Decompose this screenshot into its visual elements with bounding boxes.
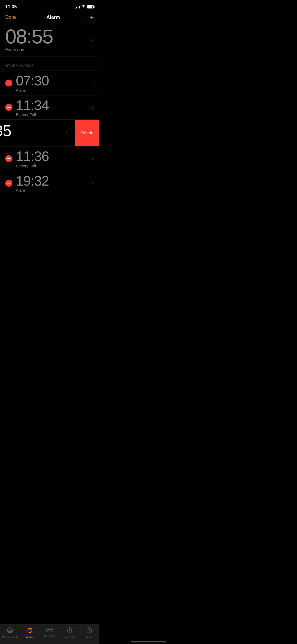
alarm-time-3: 1:35 (0, 122, 66, 139)
nav-bar: Done Alarm + (0, 12, 99, 24)
delete-label: Delete (81, 130, 93, 136)
alarm-item-5[interactable]: 19:32 Alarm › (0, 171, 99, 196)
alarm-item-3[interactable]: 1:35 ttery Full › (0, 120, 75, 146)
alarm-item-4[interactable]: 11:36 Battery Full › (0, 146, 99, 171)
delete-minus-button-2[interactable] (5, 104, 12, 111)
alarm-label-4: Battery Full (16, 164, 92, 168)
delete-button-3[interactable]: Delete (75, 120, 99, 146)
alarm-row-2: 11:34 Battery Full › (0, 95, 99, 120)
alarm-time-1: 07:30 (16, 73, 92, 88)
chevron-right-icon: › (92, 80, 94, 86)
first-alarm-time: 08:55 (5, 26, 53, 47)
first-alarm-subtitle: Every day (5, 48, 53, 52)
alarm-label-5: Alarm (16, 188, 92, 192)
alarm-time-4: 11:36 (16, 149, 92, 164)
chevron-right-icon: › (92, 37, 94, 42)
chevron-right-icon: › (92, 156, 94, 161)
delete-minus-button-1[interactable] (5, 80, 12, 86)
delete-minus-button-5[interactable] (5, 180, 12, 187)
alarm-time-2: 11:34 (16, 98, 92, 113)
first-alarm-item[interactable]: 08:55 Every day › (0, 24, 99, 57)
delete-minus-button-4[interactable] (5, 155, 12, 162)
status-icons (75, 5, 94, 9)
other-alarms-section-header: OTHER ALARMS (0, 57, 99, 71)
status-bar: 11:35 (0, 0, 99, 12)
page-title: Alarm (46, 15, 60, 20)
alarm-item-2[interactable]: 11:34 Battery Full › (0, 95, 99, 120)
alarm-row-1: 07:30 Alarm › (0, 71, 99, 95)
done-button[interactable]: Done (5, 15, 17, 20)
svg-point-0 (83, 8, 84, 8)
battery-icon (87, 5, 94, 8)
alarm-time-5: 19:32 (16, 174, 92, 188)
alarm-item-1[interactable]: 07:30 Alarm › (0, 71, 99, 95)
alarm-row-4: 11:36 Battery Full › (0, 146, 99, 171)
content-area: 08:55 Every day › OTHER ALARMS 07:30 Ala… (0, 24, 99, 219)
alarm-row-3: 1:35 ttery Full › Delete (0, 120, 99, 146)
alarm-label-1: Alarm (16, 88, 92, 93)
alarm-label-3: ttery Full (0, 139, 66, 144)
chevron-right-icon: › (92, 180, 94, 186)
chevron-right-icon: › (66, 130, 67, 136)
add-alarm-button[interactable]: + (90, 14, 94, 21)
section-header-label: OTHER ALARMS (5, 64, 34, 68)
signal-icon (75, 5, 80, 8)
status-time: 11:35 (5, 4, 17, 10)
alarm-label-2: Battery Full (16, 112, 92, 117)
chevron-right-icon: › (92, 105, 94, 110)
wifi-icon (81, 5, 86, 9)
alarm-row-5: 19:32 Alarm › (0, 171, 99, 196)
